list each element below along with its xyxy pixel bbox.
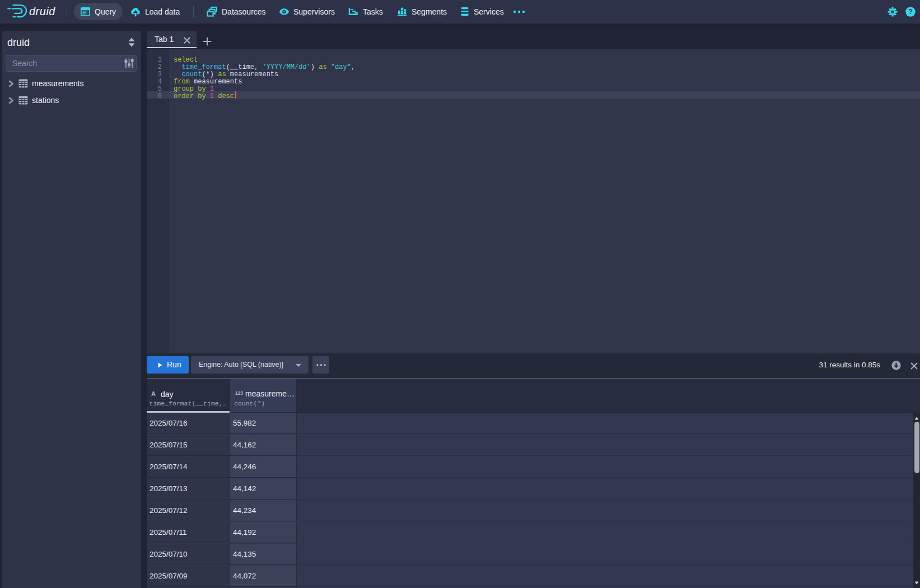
- svg-text:?: ?: [908, 8, 913, 16]
